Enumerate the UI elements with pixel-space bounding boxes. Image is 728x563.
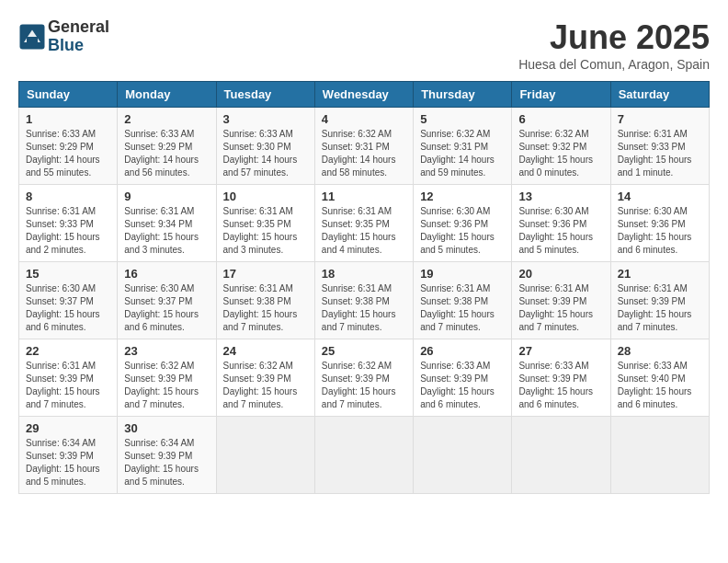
day-cell-18: 18 Sunrise: 6:31 AMSunset: 9:38 PMDaylig… xyxy=(314,262,413,339)
day-cell-3: 3 Sunrise: 6:33 AMSunset: 9:30 PMDayligh… xyxy=(216,108,314,185)
header-sunday: Sunday xyxy=(19,82,118,108)
header-monday: Monday xyxy=(118,82,216,108)
day-cell-10: 10 Sunrise: 6:31 AMSunset: 9:35 PMDaylig… xyxy=(216,185,314,262)
day-cell-12: 12 Sunrise: 6:30 AMSunset: 9:36 PMDaylig… xyxy=(414,185,512,262)
day-cell-15: 15 Sunrise: 6:30 AMSunset: 9:37 PMDaylig… xyxy=(19,262,118,339)
day-cell-30: 30 Sunrise: 6:34 AMSunset: 9:39 PMDaylig… xyxy=(118,417,216,494)
day-cell-4: 4 Sunrise: 6:32 AMSunset: 9:31 PMDayligh… xyxy=(314,108,413,185)
header-tuesday: Tuesday xyxy=(216,82,314,108)
logo-general-text: General xyxy=(48,18,109,37)
week-row-2: 8 Sunrise: 6:31 AMSunset: 9:33 PMDayligh… xyxy=(19,185,710,262)
day-cell-17: 17 Sunrise: 6:31 AMSunset: 9:38 PMDaylig… xyxy=(216,262,314,339)
day-cell-5: 5 Sunrise: 6:32 AMSunset: 9:31 PMDayligh… xyxy=(414,108,512,185)
week-row-5: 29 Sunrise: 6:34 AMSunset: 9:39 PMDaylig… xyxy=(19,417,710,494)
logo-blue-text: Blue xyxy=(48,37,109,55)
day-cell-9: 9 Sunrise: 6:31 AMSunset: 9:34 PMDayligh… xyxy=(118,185,216,262)
day-cell-22: 22 Sunrise: 6:31 AMSunset: 9:39 PMDaylig… xyxy=(19,339,118,417)
logo-text: General Blue xyxy=(48,18,109,55)
header-saturday: Saturday xyxy=(610,82,709,108)
title-area: June 2025 Huesa del Comun, Aragon, Spain xyxy=(518,18,710,72)
day-cell-6: 6 Sunrise: 6:32 AMSunset: 9:32 PMDayligh… xyxy=(512,108,610,185)
svg-rect-2 xyxy=(27,37,38,42)
empty-cell-2 xyxy=(314,417,413,494)
day-cell-14: 14 Sunrise: 6:30 AMSunset: 9:36 PMDaylig… xyxy=(610,185,709,262)
day-cell-20: 20 Sunrise: 6:31 AMSunset: 9:39 PMDaylig… xyxy=(512,262,610,339)
day-cell-24: 24 Sunrise: 6:32 AMSunset: 9:39 PMDaylig… xyxy=(216,339,314,417)
week-row-3: 15 Sunrise: 6:30 AMSunset: 9:37 PMDaylig… xyxy=(19,262,710,339)
week-row-1: 1 Sunrise: 6:33 AMSunset: 9:29 PMDayligh… xyxy=(19,108,710,185)
month-title: June 2025 xyxy=(518,18,710,57)
week-row-4: 22 Sunrise: 6:31 AMSunset: 9:39 PMDaylig… xyxy=(19,339,710,417)
empty-cell-5 xyxy=(610,417,709,494)
day-cell-1: 1 Sunrise: 6:33 AMSunset: 9:29 PMDayligh… xyxy=(19,108,118,185)
calendar-header-row: Sunday Monday Tuesday Wednesday Thursday… xyxy=(19,82,710,108)
logo: General Blue xyxy=(18,18,109,55)
day-cell-23: 23 Sunrise: 6:32 AMSunset: 9:39 PMDaylig… xyxy=(118,339,216,417)
empty-cell-1 xyxy=(216,417,314,494)
day-cell-13: 13 Sunrise: 6:30 AMSunset: 9:36 PMDaylig… xyxy=(512,185,610,262)
day-cell-26: 26 Sunrise: 6:33 AMSunset: 9:39 PMDaylig… xyxy=(414,339,512,417)
header: General Blue June 2025 Huesa del Comun, … xyxy=(18,18,710,72)
day-cell-7: 7 Sunrise: 6:31 AMSunset: 9:33 PMDayligh… xyxy=(610,108,709,185)
day-cell-25: 25 Sunrise: 6:32 AMSunset: 9:39 PMDaylig… xyxy=(314,339,413,417)
header-thursday: Thursday xyxy=(414,82,512,108)
day-cell-2: 2 Sunrise: 6:33 AMSunset: 9:29 PMDayligh… xyxy=(118,108,216,185)
header-friday: Friday xyxy=(512,82,610,108)
day-cell-16: 16 Sunrise: 6:30 AMSunset: 9:37 PMDaylig… xyxy=(118,262,216,339)
location: Huesa del Comun, Aragon, Spain xyxy=(518,57,710,72)
empty-cell-3 xyxy=(414,417,512,494)
day-cell-8: 8 Sunrise: 6:31 AMSunset: 9:33 PMDayligh… xyxy=(19,185,118,262)
day-cell-28: 28 Sunrise: 6:33 AMSunset: 9:40 PMDaylig… xyxy=(610,339,709,417)
logo-icon xyxy=(18,23,46,51)
day-cell-19: 19 Sunrise: 6:31 AMSunset: 9:38 PMDaylig… xyxy=(414,262,512,339)
empty-cell-4 xyxy=(512,417,610,494)
calendar-table: Sunday Monday Tuesday Wednesday Thursday… xyxy=(18,81,710,494)
day-cell-29: 29 Sunrise: 6:34 AMSunset: 9:39 PMDaylig… xyxy=(19,417,118,494)
day-cell-27: 27 Sunrise: 6:33 AMSunset: 9:39 PMDaylig… xyxy=(512,339,610,417)
day-cell-21: 21 Sunrise: 6:31 AMSunset: 9:39 PMDaylig… xyxy=(610,262,709,339)
day-cell-11: 11 Sunrise: 6:31 AMSunset: 9:35 PMDaylig… xyxy=(314,185,413,262)
header-wednesday: Wednesday xyxy=(314,82,413,108)
